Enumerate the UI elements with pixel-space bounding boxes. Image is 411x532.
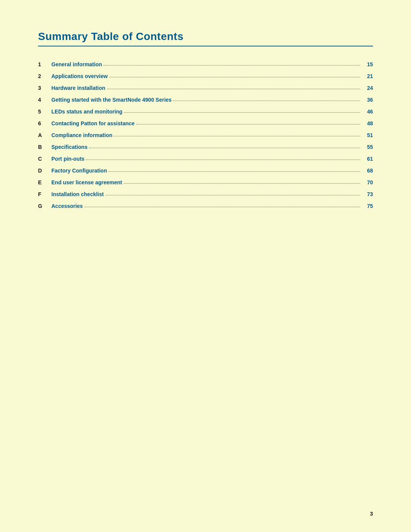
toc-entry-number: 4 — [38, 97, 51, 103]
toc-row: 6Contacting Patton for assistance48 — [38, 117, 373, 129]
toc-entry-number: D — [38, 168, 51, 174]
toc-entry-dots — [84, 201, 360, 207]
toc-entry-label[interactable]: Applications overview — [51, 73, 108, 79]
toc-row: 5LEDs status and monitoring46 — [38, 105, 373, 117]
toc-entry-page: 75 — [362, 203, 373, 209]
toc-entry-label[interactable]: General information — [51, 61, 102, 67]
toc-entry-label[interactable]: Compliance information — [51, 132, 112, 138]
toc-entry-label[interactable]: Installation checklist — [51, 191, 104, 197]
toc-entry-page: 51 — [362, 132, 373, 138]
toc-entry-page: 46 — [362, 109, 373, 115]
toc-row: ACompliance information51 — [38, 129, 373, 141]
toc-row: DFactory Configuration68 — [38, 164, 373, 176]
toc-entry-label[interactable]: Port pin-outs — [51, 156, 84, 162]
toc-row: 1General information15 — [38, 58, 373, 70]
toc-entry-page: 36 — [362, 97, 373, 103]
title-section: Summary Table of Contents — [38, 30, 373, 46]
toc-container: 1General information152Applications over… — [38, 58, 373, 211]
toc-entry-label[interactable]: LEDs status and monitoring — [51, 109, 123, 115]
toc-entry-number: 2 — [38, 73, 51, 79]
toc-entry-page: 68 — [362, 168, 373, 174]
toc-entry-page: 15 — [362, 61, 373, 67]
toc-entry-label[interactable]: End user license agreement — [51, 179, 122, 185]
toc-entry-page: 48 — [362, 120, 373, 126]
title-underline — [38, 46, 373, 46]
toc-entry-label[interactable]: Contacting Patton for assistance — [51, 120, 135, 126]
toc-entry-dots — [107, 83, 360, 89]
toc-entry-page: 61 — [362, 156, 373, 162]
toc-entry-dots — [124, 177, 360, 184]
toc-row: FInstallation checklist73 — [38, 188, 373, 200]
toc-entry-label[interactable]: Specifications — [51, 144, 88, 150]
toc-entry-page: 73 — [362, 191, 373, 197]
toc-entry-number: C — [38, 156, 51, 162]
toc-entry-dots — [109, 71, 360, 77]
toc-entry-number: F — [38, 191, 51, 197]
toc-entry-dots — [124, 107, 360, 113]
toc-entry-label[interactable]: Factory Configuration — [51, 168, 107, 174]
toc-row: EEnd user license agreement70 — [38, 176, 373, 188]
toc-entry-number: 1 — [38, 61, 51, 67]
toc-entry-dots — [108, 166, 360, 172]
toc-entry-page: 55 — [362, 144, 373, 150]
toc-row: 3Hardware installation24 — [38, 81, 373, 93]
toc-entry-dots — [89, 142, 360, 148]
toc-entry-dots — [114, 130, 360, 136]
toc-entry-dots — [173, 95, 360, 101]
toc-entry-label[interactable]: Hardware installation — [51, 85, 105, 91]
toc-entry-label[interactable]: Getting started with the SmartNode 4900 … — [51, 97, 172, 103]
toc-entry-page: 21 — [362, 73, 373, 79]
toc-entry-dots — [105, 189, 360, 195]
toc-entry-number: 3 — [38, 85, 51, 91]
page-title: Summary Table of Contents — [38, 30, 373, 43]
page-number: 3 — [370, 511, 373, 517]
toc-entry-number: 5 — [38, 109, 51, 115]
toc-entry-page: 24 — [362, 85, 373, 91]
toc-entry-number: 6 — [38, 120, 51, 126]
toc-entry-number: B — [38, 144, 51, 150]
toc-row: 2Applications overview21 — [38, 70, 373, 81]
toc-entry-label[interactable]: Accessories — [51, 203, 83, 209]
toc-entry-number: G — [38, 203, 51, 209]
page-container: Summary Table of Contents 1General infor… — [0, 0, 411, 532]
toc-row: GAccessories75 — [38, 200, 373, 211]
toc-entry-page: 70 — [362, 179, 373, 185]
toc-entry-dots — [136, 118, 360, 125]
toc-entry-dots — [86, 154, 360, 160]
toc-entry-dots — [104, 59, 360, 66]
toc-row: CPort pin-outs61 — [38, 152, 373, 164]
toc-row: 4Getting started with the SmartNode 4900… — [38, 93, 373, 105]
toc-row: BSpecifications55 — [38, 141, 373, 152]
toc-entry-number: A — [38, 132, 51, 138]
toc-entry-number: E — [38, 179, 51, 185]
